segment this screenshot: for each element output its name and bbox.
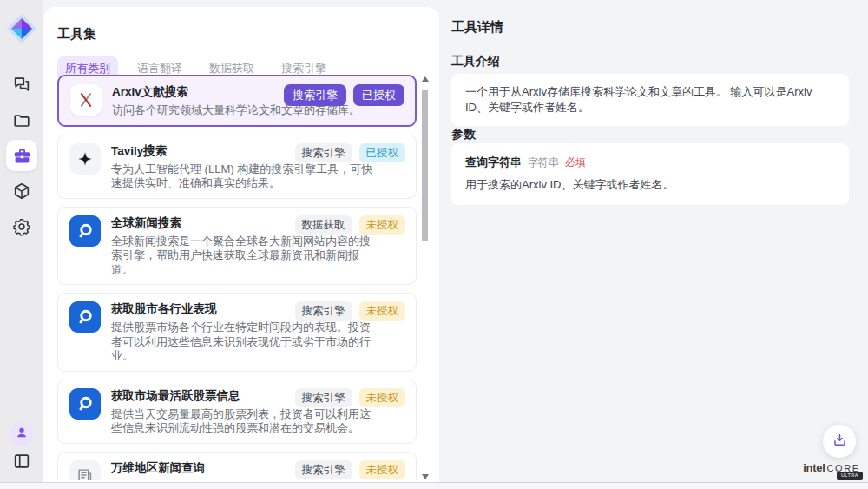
- category-badge: 搜索引擎: [295, 460, 352, 480]
- intro-text-card: 一个用于从Arxiv存储库搜索科学论文和文章的工具。 输入可以是Arxiv ID…: [451, 74, 849, 126]
- category-badge: 搜索引擎: [284, 84, 346, 106]
- scroll-up-button[interactable]: [422, 76, 429, 82]
- parameter-required-badge: 必填: [565, 155, 586, 170]
- download-button[interactable]: [823, 425, 856, 458]
- tool-badges: 数据获取未授权: [295, 215, 406, 235]
- sidebar-item-cube[interactable]: [12, 182, 31, 201]
- sidebar-item-folder[interactable]: [12, 111, 31, 130]
- auth-status-badge: 未授权: [359, 388, 406, 408]
- page-title: 工具集: [57, 26, 96, 43]
- cube-icon: [12, 182, 31, 201]
- parameter-item: 查询字符串字符串必填用于搜索的Arxiv ID、关键字或作者姓名。: [465, 155, 835, 193]
- intel-brand-text: intel: [803, 461, 825, 474]
- auth-status-badge: 未授权: [359, 215, 406, 235]
- sidebar-item-panel-toggle[interactable]: [12, 452, 31, 471]
- q-search-icon: [69, 388, 101, 420]
- gear-icon: [12, 217, 31, 236]
- scrollbar-thumb[interactable]: [422, 90, 428, 241]
- auth-status-badge: 未授权: [359, 460, 406, 480]
- panel-icon: [12, 452, 31, 471]
- tool-badges: 搜索引擎已授权: [284, 84, 404, 106]
- parameters-card: 查询字符串字符串必填用于搜索的Arxiv ID、关键字或作者姓名。: [451, 143, 849, 205]
- folder-icon: [12, 111, 31, 130]
- category-badge: 搜索引擎: [295, 301, 352, 321]
- tool-description: 提供当天交易量最高的股票列表，投资者可以利用这些信息来识别流动性强的股票和潜在的…: [111, 407, 404, 436]
- auth-status-badge: 已授权: [353, 84, 404, 106]
- parameter-head: 查询字符串字符串必填: [465, 155, 835, 170]
- tool-badges: 搜索引擎未授权: [295, 301, 406, 321]
- chat-icon: [12, 75, 31, 94]
- tool-description: 全球新闻搜索是一个聚合全球各大新闻网站内容的搜索引擎，帮助用户快速获取全球最新资…: [111, 235, 404, 278]
- parameter-description: 用于搜索的Arxiv ID、关键字或作者姓名。: [465, 177, 835, 193]
- scroll-down-button[interactable]: [422, 474, 429, 479]
- sidebar-item-user[interactable]: [10, 422, 34, 446]
- tool-card[interactable]: Tavily搜索专为人工智能代理 (LLM) 构建的搜索引擎工具，可快速提供实时…: [57, 135, 417, 199]
- params-heading: 参数: [451, 127, 476, 142]
- tool-card[interactable]: 获取股市各行业表现提供股票市场各个行业在特定时间段内的表现。投资者可以利用这些信…: [57, 293, 417, 372]
- tool-badges: 搜索引擎已授权: [295, 143, 406, 163]
- user-icon: [15, 426, 29, 443]
- star-icon: [69, 143, 101, 175]
- ultra-badge: ultra: [837, 472, 863, 480]
- tool-detail-panel: 工具详情 工具介绍 一个用于从Arxiv存储库搜索科学论文和文章的工具。 输入可…: [439, 7, 868, 482]
- tool-description: 提供股票市场各个行业在特定时间段内的表现。投资者可以利用这些信息来识别表现优于或…: [111, 320, 404, 364]
- nav-rail: [0, 0, 43, 482]
- sidebar-item-toolbox[interactable]: [6, 140, 37, 171]
- parameter-name: 查询字符串: [465, 155, 522, 170]
- q-search-icon: [69, 215, 101, 247]
- intel-core-logo: intelcore ultra: [800, 459, 863, 475]
- auth-status-badge: 已授权: [359, 143, 406, 163]
- intro-heading: 工具介绍: [451, 54, 500, 69]
- sidebar-item-chat[interactable]: [12, 75, 31, 94]
- parameter-type: 字符串: [528, 155, 559, 170]
- tool-badges: 搜索引擎未授权: [295, 388, 406, 408]
- tool-description: 专为人工智能代理 (LLM) 构建的搜索引擎工具，可快速提供实时、准确和真实的结…: [111, 162, 404, 191]
- tool-badges: 搜索引擎未授权: [295, 460, 406, 480]
- newspaper-icon: [69, 460, 101, 481]
- auth-status-badge: 未授权: [359, 301, 406, 321]
- tool-list-panel: 工具集 所有类别语言翻译数据获取搜索引擎 Arxiv文献搜索访问各个研究领域大量…: [43, 7, 439, 482]
- tool-card[interactable]: 获取市场最活跃股票信息提供当天交易量最高的股票列表，投资者可以利用这些信息来识别…: [57, 380, 417, 444]
- app-window: 工具集 所有类别语言翻译数据获取搜索引擎 Arxiv文献搜索访问各个研究领域大量…: [0, 0, 868, 489]
- tool-card[interactable]: 万维地区新闻查询查询具体行政区划内的新闻，快速了解各地新闻动搜索引擎未授权: [57, 452, 417, 481]
- category-badge: 数据获取: [295, 215, 352, 235]
- category-badge: 搜索引擎: [295, 143, 352, 163]
- tool-list: Arxiv文献搜索访问各个研究领域大量科学论文和文章的存储库。搜索引擎已授权Ta…: [57, 75, 417, 480]
- category-badge: 搜索引擎: [295, 388, 352, 408]
- window-bottom-edge: [0, 482, 868, 489]
- app-logo gem-logo-icon: [6, 13, 37, 44]
- sidebar-item-settings[interactable]: [12, 217, 31, 236]
- detail-title: 工具详情: [451, 19, 503, 36]
- q-search-icon: [69, 301, 101, 333]
- tool-card[interactable]: Arxiv文献搜索访问各个研究领域大量科学论文和文章的存储库。搜索引擎已授权: [57, 75, 417, 127]
- download-icon: [832, 432, 848, 451]
- tool-card[interactable]: 全球新闻搜索全球新闻搜索是一个聚合全球各大新闻网站内容的搜索引擎，帮助用户快速获…: [57, 207, 417, 286]
- arxiv-icon: [70, 84, 102, 116]
- toolbox-icon: [13, 147, 31, 165]
